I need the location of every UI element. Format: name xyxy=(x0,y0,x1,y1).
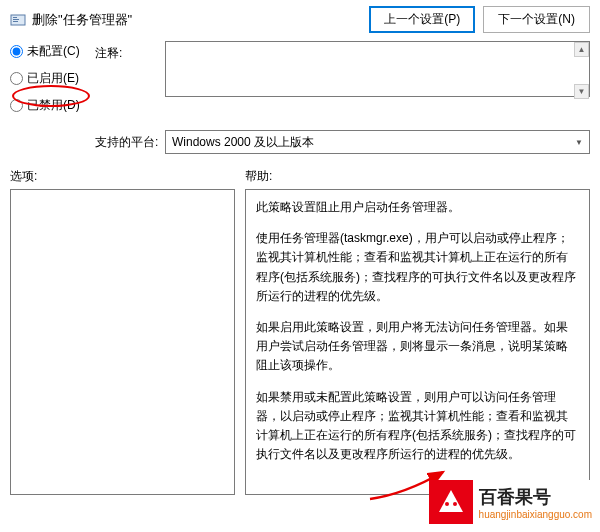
help-paragraph: 如果禁用或未配置此策略设置，则用户可以访问任务管理器，以启动或停止程序；监视其计… xyxy=(256,388,579,465)
svg-point-4 xyxy=(445,502,449,506)
prev-setting-button[interactable]: 上一个设置(P) xyxy=(369,6,475,33)
platform-value: Windows 2000 及以上版本 xyxy=(172,134,314,151)
svg-rect-1 xyxy=(13,17,17,18)
watermark-url: huangjinbaixiangguo.com xyxy=(479,509,592,520)
scroll-down-icon[interactable]: ▼ xyxy=(574,84,589,99)
help-paragraph: 使用任务管理器(taskmgr.exe)，用户可以启动或停止程序；监视其计算机性… xyxy=(256,229,579,306)
radio-disabled[interactable]: 已禁用(D) xyxy=(10,97,95,114)
help-label: 帮助: xyxy=(245,168,590,185)
dialog-title: 删除"任务管理器" xyxy=(32,11,132,29)
help-panel: 此策略设置阻止用户启动任务管理器。 使用任务管理器(taskmgr.exe)，用… xyxy=(245,189,590,495)
radio-disabled-input[interactable] xyxy=(10,99,23,112)
platform-label: 支持的平台: xyxy=(95,134,165,151)
options-panel xyxy=(10,189,235,495)
watermark-logo-icon xyxy=(429,480,473,524)
comment-textarea[interactable] xyxy=(165,41,590,97)
svg-point-5 xyxy=(453,502,457,506)
radio-enabled[interactable]: 已启用(E) xyxy=(10,70,95,87)
policy-icon xyxy=(10,12,26,28)
radio-enabled-input[interactable] xyxy=(10,72,23,85)
scroll-up-icon[interactable]: ▲ xyxy=(574,42,589,57)
watermark-title: 百香果号 xyxy=(479,485,592,509)
next-setting-button[interactable]: 下一个设置(N) xyxy=(483,6,590,33)
radio-not-configured[interactable]: 未配置(C) xyxy=(10,43,95,60)
platform-dropdown[interactable]: Windows 2000 及以上版本 ▼ xyxy=(165,130,590,154)
help-paragraph: 如果启用此策略设置，则用户将无法访问任务管理器。如果用户尝试启动任务管理器，则将… xyxy=(256,318,579,376)
comment-label: 注释: xyxy=(95,45,165,62)
options-label: 选项: xyxy=(10,168,235,185)
chevron-down-icon: ▼ xyxy=(575,138,583,147)
help-paragraph: 此策略设置阻止用户启动任务管理器。 xyxy=(256,198,579,217)
watermark: 百香果号 huangjinbaixiangguo.com xyxy=(429,480,592,524)
svg-rect-2 xyxy=(13,19,19,20)
radio-not-configured-input[interactable] xyxy=(10,45,23,58)
svg-rect-3 xyxy=(13,21,18,22)
